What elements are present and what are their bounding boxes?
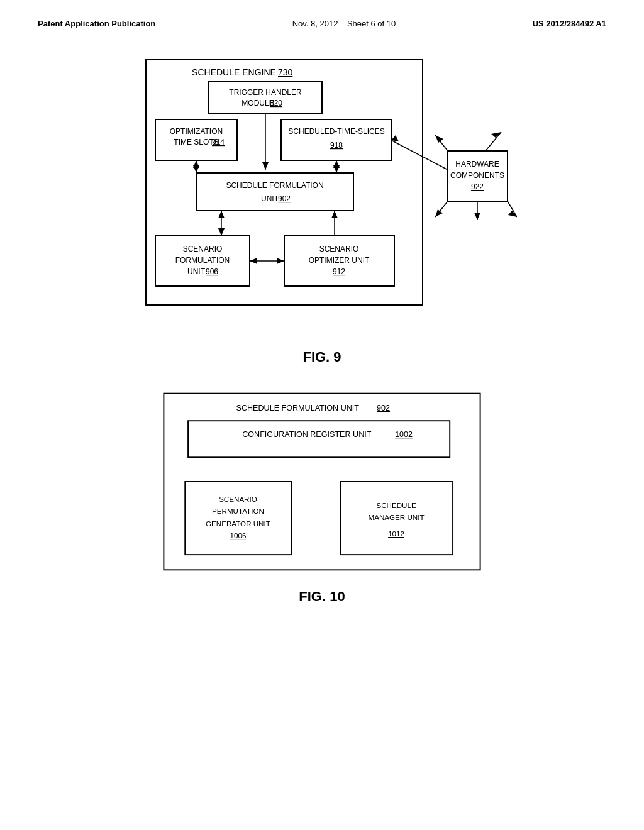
page-header: Patent Application Publication Nov. 8, 2… (38, 19, 606, 28)
svg-marker-50 (435, 135, 443, 143)
svg-text:SCHEDULED-TIME-SLICES: SCHEDULED-TIME-SLICES (288, 127, 384, 136)
svg-text:906: 906 (206, 267, 218, 276)
svg-text:820: 820 (270, 99, 282, 108)
svg-rect-65 (185, 482, 291, 555)
svg-text:UNIT: UNIT (187, 267, 206, 276)
svg-marker-54 (435, 209, 443, 217)
svg-text:SCENARIO: SCENARIO (319, 245, 359, 253)
svg-marker-27 (218, 228, 225, 236)
svg-text:SCHEDULE FORMULATION UNIT: SCHEDULE FORMULATION UNIT (236, 404, 360, 412)
svg-text:SCHEDULE FORMULATION: SCHEDULE FORMULATION (226, 181, 323, 190)
svg-marker-30 (331, 211, 338, 218)
svg-text:912: 912 (333, 267, 345, 276)
header-left: Patent Application Publication (38, 19, 155, 28)
svg-text:SCHEDULE: SCHEDULE (376, 501, 416, 509)
svg-rect-13 (281, 119, 391, 160)
svg-text:902: 902 (377, 404, 390, 412)
svg-text:918: 918 (330, 141, 343, 150)
fig10-diagram-container: SCHEDULE FORMULATION UNIT 902 CONFIGURAT… (38, 387, 606, 576)
svg-marker-28 (218, 211, 225, 218)
svg-marker-8 (262, 162, 269, 170)
svg-text:922: 922 (471, 182, 484, 191)
fig9-diagram-container: SCHEDULE ENGINE 730 TRIGGER HANDLER MODU… (38, 47, 606, 336)
svg-rect-3 (209, 82, 322, 113)
svg-text:SCENARIO: SCENARIO (219, 495, 257, 503)
header-date: Nov. 8, 2012 (292, 19, 338, 28)
svg-text:MODULE: MODULE (242, 99, 274, 108)
svg-text:1006: 1006 (230, 531, 247, 540)
svg-marker-41 (250, 258, 257, 264)
header-center: Nov. 8, 2012 Sheet 6 of 10 (292, 19, 396, 28)
svg-text:902: 902 (278, 194, 291, 203)
svg-text:TRIGGER HANDLER: TRIGGER HANDLER (229, 88, 302, 97)
svg-text:FORMULATION: FORMULATION (175, 256, 230, 265)
svg-marker-58 (508, 211, 517, 217)
svg-text:CONFIGURATION REGISTER UNIT: CONFIGURATION REGISTER UNIT (242, 430, 372, 439)
svg-text:OPTIMIZATION: OPTIMIZATION (170, 127, 223, 136)
svg-text:GENERATOR UNIT: GENERATOR UNIT (206, 519, 270, 528)
svg-text:1002: 1002 (395, 430, 413, 439)
svg-rect-22 (196, 173, 353, 211)
svg-line-47 (391, 140, 448, 170)
svg-marker-56 (474, 213, 480, 220)
svg-text:SCHEDULE ENGINE: SCHEDULE ENGINE (192, 67, 276, 77)
svg-marker-52 (491, 132, 501, 138)
svg-text:1012: 1012 (388, 529, 404, 538)
svg-text:914: 914 (212, 138, 225, 147)
svg-marker-42 (277, 258, 284, 264)
header-right: US 2012/284492 A1 (533, 19, 606, 28)
svg-text:SCENARIO: SCENARIO (183, 245, 223, 253)
svg-text:PERMUTATION: PERMUTATION (212, 507, 264, 515)
page: Patent Application Publication Nov. 8, 2… (0, 0, 644, 830)
fig9-label: FIG. 9 (38, 349, 606, 365)
fig9-svg: SCHEDULE ENGINE 730 TRIGGER HANDLER MODU… (127, 47, 517, 336)
header-sheet: Sheet 6 of 10 (347, 19, 396, 28)
svg-text:UNIT: UNIT (261, 194, 279, 203)
svg-text:HARDWARE: HARDWARE (455, 160, 499, 169)
fig10-label: FIG. 10 (38, 589, 606, 605)
svg-marker-18 (193, 160, 199, 168)
svg-marker-21 (333, 160, 340, 168)
svg-text:COMPONENTS: COMPONENTS (450, 171, 504, 180)
svg-text:730: 730 (278, 67, 293, 77)
svg-text:MANAGER UNIT: MANAGER UNIT (369, 513, 425, 521)
svg-text:OPTIMIZER UNIT: OPTIMIZER UNIT (309, 256, 370, 265)
fig10-svg: SCHEDULE FORMULATION UNIT 902 CONFIGURAT… (146, 387, 498, 576)
